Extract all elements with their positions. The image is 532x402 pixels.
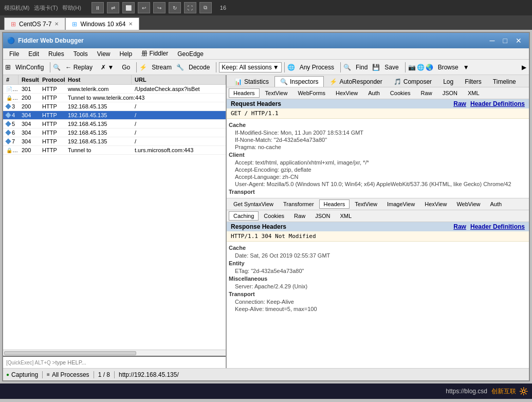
inspector-tab-hexview[interactable]: HexView — [331, 88, 362, 98]
switch-icon[interactable]: ⇌ — [107, 2, 119, 13]
tab-autoresponder[interactable]: ⚡ AutoResponder — [324, 76, 388, 87]
row2-host: Tunnel to www.telerik.com:443 — [65, 94, 168, 102]
back-icon[interactable]: ↩ — [138, 2, 150, 13]
tab-centos[interactable]: ⊞ CentOS 7-7 ✕ — [4, 17, 65, 30]
inspector-tab-xml[interactable]: XML — [463, 88, 484, 98]
menu-fiddler-extra[interactable]: 册 Fiddler — [137, 48, 172, 59]
save-button[interactable]: Save — [381, 62, 402, 72]
winconfig-button[interactable]: WinConfig — [12, 62, 47, 72]
os-menu-3[interactable]: 帮助(H) — [62, 4, 81, 12]
resp-tab-hexview[interactable]: HexView — [420, 199, 451, 209]
maximize-button[interactable]: □ — [500, 35, 510, 46]
resp-entity-entry-0: ETag: "2d-432a5e4a73a80" — [229, 267, 527, 275]
resp-tab-textview[interactable]: TextView — [350, 199, 382, 209]
pause-icon[interactable]: ⏸ — [91, 2, 104, 13]
stream-button[interactable]: Stream — [148, 62, 175, 72]
resize-icon[interactable]: ⧉ — [199, 2, 212, 13]
keep-sessions-dropdown[interactable]: Keep: All sessions ▼ — [219, 62, 281, 72]
inspector-tab-json[interactable]: JSON — [438, 88, 462, 98]
resp-tab-headers[interactable]: Headers — [319, 199, 350, 209]
inspector-tab-auth[interactable]: Auth — [363, 88, 384, 98]
quickexec-input[interactable] — [55, 359, 223, 366]
keep-sessions-arrow: ▼ — [273, 64, 279, 71]
request-headers-defs-link[interactable]: Header Definitions — [470, 100, 525, 107]
resp-tab-webview[interactable]: WebView — [452, 199, 485, 209]
col-host[interactable]: Host — [65, 75, 132, 84]
request-headers-raw-link[interactable]: Raw — [453, 100, 466, 107]
resp-subtab-cookies[interactable]: Cookies — [259, 211, 289, 221]
menu-help[interactable]: Help — [116, 49, 137, 59]
menu-geoedge[interactable]: GeoEdge — [173, 49, 208, 59]
menu-edit[interactable]: Edit — [24, 49, 43, 59]
inspector-tab-textview[interactable]: TextView — [261, 88, 292, 98]
sessions-hscroll[interactable] — [3, 350, 226, 356]
minimize-button[interactable]: ─ — [487, 35, 498, 46]
os-menu-1[interactable]: 模拟机(M) — [4, 4, 30, 12]
table-row[interactable]: 3 200 HTTP 192.168.45.135 / — [3, 102, 226, 111]
col-result[interactable]: Result — [19, 75, 39, 84]
tab-centos-label: CentOS 7-7 — [19, 21, 51, 28]
decode-button[interactable]: Decode — [185, 62, 213, 72]
fullscreen-icon[interactable]: ⛶ — [184, 2, 196, 13]
tab-timeline[interactable]: Timeline — [487, 76, 522, 87]
table-row[interactable]: 7 304 HTTP 192.168.45.135 / — [3, 137, 226, 146]
resp-tab-transformer[interactable]: Transformer — [279, 199, 319, 209]
row1-url: /UpdateCheck.aspx?isBet — [132, 85, 226, 93]
window-icon[interactable]: ⬜ — [122, 2, 135, 13]
action-button[interactable]: ✗ ▼ — [97, 62, 117, 72]
table-row[interactable]: 🔒2 200 HTTP Tunnel to www.telerik.com:44… — [3, 94, 226, 102]
close-button[interactable]: ✕ — [512, 35, 525, 46]
tab-windows-close[interactable]: ✕ — [129, 21, 133, 27]
col-url[interactable]: URL — [132, 75, 226, 84]
tab-filters[interactable]: Filters — [459, 76, 487, 87]
table-row[interactable]: 6 304 HTTP 192.168.45.135 / — [3, 129, 226, 137]
resp-tab-auth[interactable]: Auth — [485, 199, 506, 209]
table-row[interactable]: 🔒8 200 HTTP Tunnel to t.urs.microsoft.co… — [3, 146, 226, 155]
row6-url: / — [132, 129, 226, 137]
resp-subtab-raw[interactable]: Raw — [289, 211, 310, 221]
inspector-tab-raw[interactable]: Raw — [416, 88, 437, 98]
tab-windows[interactable]: ⊞ Windows 10 x64 ✕ — [65, 17, 139, 30]
resp-tab-syntaxview[interactable]: Get SyntaxView — [229, 199, 278, 209]
refresh-icon[interactable]: ↻ — [169, 2, 181, 13]
forward-icon[interactable]: ↪ — [153, 2, 166, 13]
browse-arrow[interactable]: ▼ — [463, 64, 469, 71]
table-row[interactable]: 5 304 HTTP 192.168.45.135 / — [3, 120, 226, 129]
resp-subtab-xml[interactable]: XML — [335, 211, 356, 221]
os-menu-2[interactable]: 选项卡(T) — [34, 4, 58, 12]
resp-tab-imageview[interactable]: ImageView — [382, 199, 419, 209]
tab-inspectors[interactable]: 🔍 Inspectors — [274, 76, 324, 87]
menu-view[interactable]: View — [93, 49, 115, 59]
go-button[interactable]: Go — [118, 62, 134, 72]
hscroll-thumb[interactable] — [4, 351, 136, 355]
toolbar-sep-1 — [50, 62, 50, 72]
resp-subtab-json[interactable]: JSON — [310, 211, 335, 221]
replay-button[interactable]: ← Replay — [62, 62, 96, 72]
menu-file[interactable]: File — [5, 49, 23, 59]
tab-log[interactable]: Log — [437, 76, 459, 87]
col-num[interactable]: # — [3, 75, 19, 84]
resp-cache-entry-0: Date: Sat, 26 Oct 2019 02:55:37 GMT — [229, 252, 527, 259]
find-icon: 🔍 — [343, 64, 351, 71]
resp-subtab-caching[interactable]: Caching — [229, 211, 259, 221]
browse-button[interactable]: Browse — [434, 62, 462, 72]
find-button[interactable]: Find — [352, 62, 371, 72]
toolbar-right-arrow[interactable]: ▶ — [522, 64, 527, 71]
response-headers-panel: Response Headers Raw Header Definitions … — [227, 222, 529, 368]
response-headers-defs-link[interactable]: Header Definitions — [470, 223, 525, 230]
menu-rules[interactable]: Rules — [44, 49, 68, 59]
table-row[interactable]: 4 304 HTTP 192.168.45.135 / — [3, 111, 226, 120]
tab-composer[interactable]: 🎵 Composer — [388, 76, 437, 87]
tab-statistics[interactable]: 📊 Statistics — [229, 76, 274, 87]
inspector-tab-webforms[interactable]: WebForms — [293, 88, 330, 98]
response-headers-raw-link[interactable]: Raw — [453, 223, 466, 230]
tab-centos-close[interactable]: ✕ — [54, 21, 59, 27]
inspector-tab-headers[interactable]: Headers — [229, 88, 260, 98]
table-row[interactable]: 📄1 301 HTTP www.telerik.com /UpdateCheck… — [3, 85, 226, 94]
row7-protocol: HTTP — [39, 137, 65, 145]
any-process-button[interactable]: Any Process — [296, 62, 338, 72]
menu-tools[interactable]: Tools — [69, 49, 92, 59]
inspector-tab-cookies[interactable]: Cookies — [386, 88, 415, 98]
col-protocol[interactable]: Protocol — [39, 75, 65, 84]
counter-badge: 16 — [220, 5, 226, 11]
